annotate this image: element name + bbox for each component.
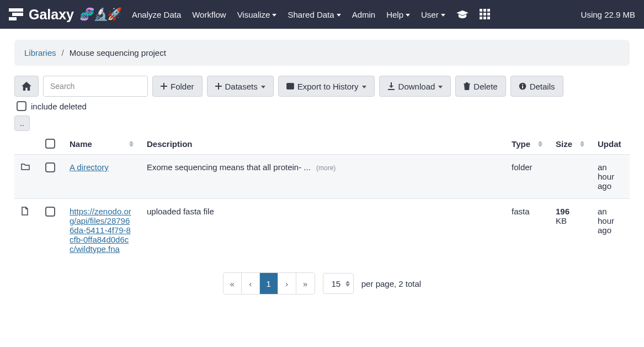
row-more-link[interactable]: (more) xyxy=(316,164,336,172)
per-page-value: 15 xyxy=(330,279,342,288)
page-current-button[interactable]: 1 xyxy=(260,273,278,294)
chevron-down-icon xyxy=(406,14,410,17)
download-icon xyxy=(387,82,395,90)
breadcrumb: Libraries / Mouse sequencing project xyxy=(14,40,630,66)
table-row[interactable]: A directory Exome sequencing means that … xyxy=(14,155,630,199)
navbar: Galaxy 🧬🔬🚀 Analyze Data Workflow Visuali… xyxy=(0,0,644,29)
per-page-stepper[interactable]: 15 xyxy=(323,273,354,294)
pagination-suffix: per page, 2 total xyxy=(361,279,421,288)
stepper-up-icon[interactable] xyxy=(345,281,350,283)
library-table: Name Description Type Size Updat xyxy=(14,133,630,261)
nav-link-label: Visualize xyxy=(237,10,270,19)
chevron-down-icon xyxy=(261,86,265,88)
svg-rect-1 xyxy=(12,13,23,16)
pagination: « ‹ 1 › » 15 per page, 2 total xyxy=(14,272,630,295)
row-kind-icon-cell xyxy=(14,155,39,199)
delete-button-label: Delete xyxy=(473,82,497,91)
row-name-link[interactable]: https://zenodo.org/api/files/287966da-54… xyxy=(70,207,134,254)
row-size: 196 KB xyxy=(549,199,591,262)
row-description-text: Exome sequencing means that all protein-… xyxy=(147,162,311,172)
chevron-down-icon xyxy=(272,14,276,17)
row-name-link[interactable]: A directory xyxy=(70,162,109,172)
stepper-down-icon[interactable] xyxy=(345,284,350,287)
nav-grid-icon[interactable] xyxy=(480,9,491,20)
trash-icon xyxy=(464,82,470,90)
header-updated[interactable]: Updat xyxy=(591,133,630,155)
book-icon xyxy=(286,83,294,90)
nav-admin[interactable]: Admin xyxy=(352,10,376,19)
chevron-down-icon xyxy=(362,86,366,88)
export-button[interactable]: Export to History xyxy=(278,76,375,97)
row-size xyxy=(549,155,591,199)
download-button[interactable]: Download xyxy=(379,76,451,97)
brand-emoji-icon: 🧬🔬🚀 xyxy=(79,7,121,22)
nav-user[interactable]: User xyxy=(421,10,445,19)
header-name[interactable]: Name xyxy=(63,133,140,155)
row-kind-icon-cell xyxy=(14,199,39,262)
breadcrumb-root[interactable]: Libraries xyxy=(24,48,56,57)
header-description-label: Description xyxy=(147,139,193,149)
stepper-arrows xyxy=(345,281,350,287)
nav-link-label: Workflow xyxy=(192,10,226,19)
export-button-label: Export to History xyxy=(297,82,359,91)
row-description: Exome sequencing means that all protein-… xyxy=(140,155,505,199)
page-prev-button[interactable]: ‹ xyxy=(242,273,260,294)
delete-button[interactable]: Delete xyxy=(455,76,505,97)
row-updated: an hour ago xyxy=(591,199,630,262)
nav-visualize[interactable]: Visualize xyxy=(237,10,277,19)
header-select-all[interactable] xyxy=(39,133,63,155)
nav-link-label: Analyze Data xyxy=(132,10,181,19)
select-all-checkbox[interactable] xyxy=(45,139,55,149)
plus-icon xyxy=(161,83,167,90)
table-wrap: Name Description Type Size Updat xyxy=(14,133,630,261)
details-button-label: Details xyxy=(530,82,555,91)
include-deleted-wrap: include deleted xyxy=(17,101,87,111)
table-row[interactable]: https://zenodo.org/api/files/287966da-54… xyxy=(14,199,630,262)
header-description: Description xyxy=(140,133,505,155)
nav-link-label: Help xyxy=(386,10,403,19)
content: Libraries / Mouse sequencing project Fol… xyxy=(0,29,644,306)
folder-icon xyxy=(21,162,30,170)
plus-icon xyxy=(215,83,222,90)
page-first-button[interactable]: « xyxy=(223,273,242,294)
brand[interactable]: Galaxy 🧬🔬🚀 xyxy=(9,7,121,23)
row-description-text: uploaded fasta file xyxy=(147,207,214,216)
row-type: folder xyxy=(505,155,549,199)
chevron-down-icon xyxy=(438,86,443,88)
page-last-button[interactable]: » xyxy=(296,273,315,294)
header-type-label: Type xyxy=(512,139,530,149)
nav-training-icon[interactable] xyxy=(456,9,469,19)
nav-link-label: Admin xyxy=(352,10,376,19)
details-button[interactable]: Details xyxy=(510,76,563,97)
row-checkbox[interactable] xyxy=(45,207,55,217)
page-next-button[interactable]: › xyxy=(278,273,296,294)
svg-rect-16 xyxy=(522,86,523,88)
home-button[interactable] xyxy=(14,76,39,97)
include-deleted-checkbox[interactable] xyxy=(17,101,26,111)
header-type[interactable]: Type xyxy=(505,133,549,155)
toolbar: Folder Datasets Export to History Downlo… xyxy=(14,76,630,111)
svg-rect-2 xyxy=(9,17,17,20)
datasets-button-label: Datasets xyxy=(225,82,258,91)
svg-rect-9 xyxy=(480,17,482,19)
nav-shared-data[interactable]: Shared Data xyxy=(288,10,340,19)
sort-icon xyxy=(576,141,584,147)
svg-rect-7 xyxy=(483,13,486,15)
galaxy-logo-icon xyxy=(9,8,23,20)
svg-point-15 xyxy=(522,84,523,85)
search-input[interactable] xyxy=(43,76,148,97)
header-size-label: Size xyxy=(556,139,572,149)
folder-button[interactable]: Folder xyxy=(152,76,203,97)
row-checkbox[interactable] xyxy=(45,162,55,172)
header-size[interactable]: Size xyxy=(549,133,591,155)
nav-help[interactable]: Help xyxy=(386,10,410,19)
row-updated: an hour ago xyxy=(591,155,630,199)
datasets-button[interactable]: Datasets xyxy=(207,76,274,97)
nav-usage: Using 22.9 MB xyxy=(581,10,635,19)
nav-analyze-data[interactable]: Analyze Data xyxy=(132,10,181,19)
sort-icon xyxy=(534,141,542,147)
svg-rect-3 xyxy=(480,9,482,12)
nav-workflow[interactable]: Workflow xyxy=(192,10,226,19)
up-directory-button[interactable]: .. xyxy=(14,115,30,131)
chevron-down-icon xyxy=(441,14,445,17)
